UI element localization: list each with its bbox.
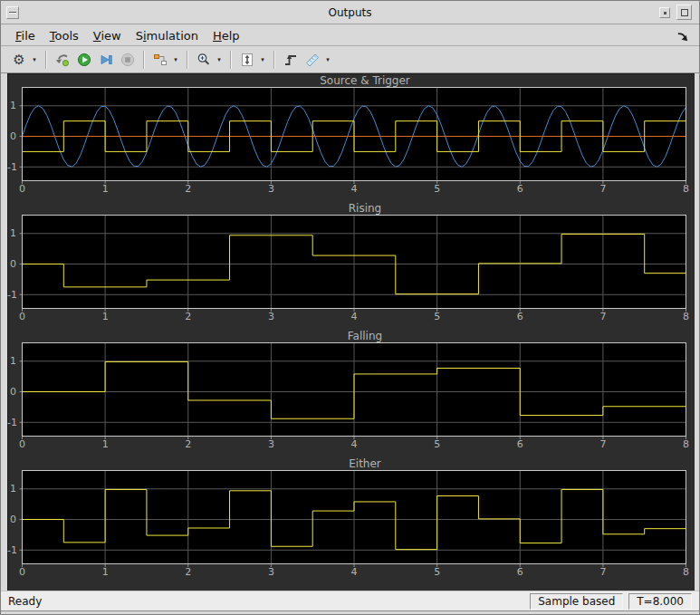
trigger-button[interactable] (281, 50, 301, 70)
x-tick-label: 0 (19, 566, 25, 578)
settings-button[interactable]: ⚙ (9, 50, 29, 70)
title-bar[interactable]: Outputs (1, 1, 699, 24)
measurements-button[interactable] (302, 50, 322, 70)
trigger-icon (283, 53, 298, 67)
menu-help[interactable]: Help (206, 27, 247, 44)
x-axis-tick-labels: 012345678 (18, 183, 690, 195)
x-tick-label: 8 (683, 183, 689, 195)
x-axis-tick-labels: 012345678 (18, 438, 690, 450)
x-tick-label: 1 (102, 311, 109, 322)
toolbar-separator (230, 51, 232, 69)
x-tick-label: 4 (351, 438, 358, 450)
plot-title: Rising (29, 203, 700, 215)
plot-area (18, 342, 690, 440)
x-tick-label: 6 (517, 311, 523, 322)
x-tick-label: 2 (185, 183, 191, 195)
y-tick-label: 1 (7, 100, 16, 111)
y-tick-label: 0 (7, 386, 16, 398)
x-tick-label: 1 (102, 566, 109, 578)
plot-falling: Falling01234567810-1 (7, 331, 695, 450)
x-tick-label: 1 (102, 183, 109, 195)
y-tick-label: -1 (7, 544, 16, 556)
x-tick-label: 3 (268, 438, 274, 450)
x-tick-label: 4 (351, 183, 358, 195)
menu-simulation[interactable]: Simulation (129, 27, 206, 44)
x-tick-label: 6 (517, 438, 523, 450)
x-tick-label: 6 (517, 566, 523, 578)
status-bar: Ready Sample based T=8.000 (1, 591, 699, 610)
window-bottom-border (1, 610, 699, 615)
x-tick-label: 4 (351, 566, 358, 578)
x-tick-label: 0 (19, 311, 25, 322)
plot-title: Either (29, 458, 700, 470)
status-sample-mode: Sample based (530, 593, 623, 610)
menu-view[interactable]: View (86, 27, 129, 44)
highlight-signal-icon (153, 53, 168, 67)
y-tick-label: 1 (7, 483, 16, 495)
fit-to-view-dropdown-arrow[interactable]: ▾ (258, 50, 267, 70)
status-sim-time: T=8.000 (628, 593, 692, 610)
measurements-dropdown-arrow[interactable]: ▾ (323, 50, 332, 70)
step-forward-button[interactable] (96, 50, 116, 70)
zoom-dropdown-arrow[interactable]: ▾ (215, 50, 224, 70)
x-tick-label: 7 (599, 183, 606, 195)
x-tick-label: 2 (185, 438, 191, 450)
plot-area (18, 470, 690, 568)
x-tick-label: 5 (434, 183, 440, 195)
x-tick-label: 7 (599, 311, 606, 322)
plot-source-trigger: Source & Trigger01234567810-1 (7, 75, 695, 195)
menu-bar: FileToolsViewSimulationHelp (1, 25, 699, 46)
x-tick-label: 1 (102, 438, 109, 450)
minimize-button[interactable] (659, 7, 670, 18)
highlight-signal-dropdown-arrow[interactable]: ▾ (171, 50, 180, 70)
plot-rising: Rising01234567810-1 (7, 203, 695, 322)
highlight-signal-button[interactable] (150, 50, 170, 70)
toolbar-separator (187, 51, 188, 69)
y-tick-label: -1 (7, 417, 16, 428)
x-tick-label: 5 (434, 438, 440, 450)
y-tick-label: 1 (7, 355, 16, 367)
plot-title: Source & Trigger (29, 75, 700, 87)
status-message: Ready (8, 595, 42, 608)
x-tick-label: 0 (19, 183, 25, 195)
plot-either: Either01234567810-1 (7, 458, 695, 578)
menu-tools[interactable]: Tools (43, 27, 86, 44)
dock-button[interactable] (676, 29, 690, 43)
x-tick-label: 3 (268, 566, 274, 578)
x-tick-label: 7 (599, 438, 606, 450)
x-tick-label: 2 (185, 311, 191, 322)
plot-area (18, 215, 690, 312)
stop-icon (120, 53, 135, 67)
x-tick-label: 5 (434, 566, 440, 578)
zoom-button[interactable] (194, 50, 214, 70)
toolbar-separator (273, 51, 275, 69)
fit-to-view-button[interactable] (237, 50, 257, 70)
step-backward-button[interactable] (53, 50, 72, 70)
x-tick-label: 8 (683, 438, 689, 450)
measurements-icon (305, 53, 320, 67)
x-tick-label: 2 (185, 566, 191, 578)
menu-file[interactable]: File (8, 27, 43, 44)
x-tick-label: 3 (268, 183, 274, 195)
x-tick-label: 3 (268, 311, 274, 322)
y-tick-label: -1 (7, 289, 16, 301)
fit-to-view-icon (240, 53, 254, 67)
y-tick-label: -1 (7, 161, 16, 173)
toolbar-separator (45, 51, 47, 69)
toolbar-separator (143, 51, 145, 69)
x-tick-label: 4 (351, 311, 358, 322)
y-tick-label: 0 (7, 514, 16, 525)
stop-button[interactable] (118, 50, 138, 70)
x-tick-label: 7 (599, 566, 606, 578)
x-axis-tick-labels: 012345678 (18, 566, 690, 578)
run-button[interactable] (74, 50, 94, 70)
settings-dropdown-arrow[interactable]: ▾ (30, 50, 39, 70)
tool-bar: ⚙▾▾▾▾▾ (1, 47, 699, 73)
plot-title: Falling (29, 331, 700, 342)
dock-arrow-icon (676, 29, 690, 43)
minimize-icon (664, 12, 666, 14)
plot-area (18, 87, 690, 185)
x-tick-label: 8 (683, 311, 689, 322)
gear-icon: ⚙ (12, 53, 26, 67)
maximize-button[interactable] (676, 5, 692, 20)
